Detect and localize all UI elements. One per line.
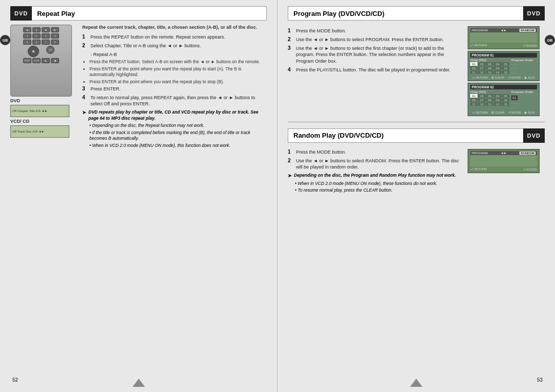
right-program-content: 1 Press the MODE button. 2 Use the ◄ or … bbox=[288, 25, 545, 118]
program-screens-col: PROGRAM ◄► RANDOM ⮐ RETURN ⏎ ENTER PROGR… bbox=[468, 25, 545, 118]
osd3-grid: 01 02 03 04 05 06 07 08 09 10 11 12 bbox=[470, 94, 509, 106]
rem-btn: ▶ bbox=[42, 58, 50, 63]
step-2: 2 Select Chapter, Title or A-B using the… bbox=[82, 43, 267, 49]
osd1-footer: ⮐ RETURN ⏎ ENTER bbox=[470, 44, 537, 47]
dvd-label-random: DVD bbox=[523, 128, 545, 143]
rem-btn: 5 bbox=[23, 40, 31, 45]
rem-btn: CLR bbox=[32, 58, 41, 63]
section-divider bbox=[288, 122, 545, 122]
rem-btn: ▶ bbox=[51, 27, 59, 32]
left-section-title: Repeat Play bbox=[32, 6, 267, 21]
step-2-bullets: Press the REPEAT button. Select A-B on s… bbox=[89, 59, 267, 85]
osd2-left-col: Chap (T01) 01 02 03 04 05 06 07 08 09 10 bbox=[470, 59, 509, 75]
prog-step-4: 4 Press the PLAY/STILL button. The disc … bbox=[288, 67, 462, 73]
program-osd1: PROGRAM ◄► RANDOM ⮐ RETURN ⏎ ENTER bbox=[468, 26, 540, 49]
rem-btn: 1 bbox=[23, 33, 31, 39]
right-random-content: 1 Press the MODE button. 2 Use the ◄ or … bbox=[288, 147, 545, 195]
right-page: GB Program Play (DVD/VCD/CD) DVD 1 Press… bbox=[278, 0, 555, 392]
page-num-right: 53 bbox=[537, 377, 543, 383]
osd3-title: PROGRAM 02 bbox=[470, 85, 537, 89]
dvd-osd-screen: Off Chapter Title A-B ◄► bbox=[10, 105, 69, 117]
dvd-device-label: DVD bbox=[10, 98, 77, 103]
rand-note-2: • To resume normal play, press the CLEAR… bbox=[295, 188, 462, 193]
osd3-footer: ⮐ RETURN ⊠ CLEAR ⏎ ENTER ▶ PLAY bbox=[470, 111, 537, 114]
random-osd-space bbox=[470, 155, 537, 166]
random-osd-footer: ⮐ RETURN ⏎ ENTER bbox=[470, 167, 537, 171]
program-steps-col: 1 Press the MODE button. 2 Use the ◄ or … bbox=[288, 25, 462, 118]
rem-btn: 4 bbox=[51, 33, 59, 39]
random-section-header: Random Play (DVD/VCD/CD) DVD bbox=[288, 128, 545, 143]
program-section-title: Program Play (DVD/VCD/CD) bbox=[288, 6, 523, 21]
program-osd3: PROGRAM 02 Chap (T01) 01 02 03 04 05 06 … bbox=[468, 83, 540, 116]
osd2-footer: ⮐ RETURN ⊠ CLEAR ⏎ ENTER ▶ PLAY bbox=[470, 76, 537, 79]
notes-box: ➤ DVD repeats play by chapter or title, … bbox=[82, 109, 267, 148]
note-arrow-row: ➤ DVD repeats play by chapter or title, … bbox=[82, 109, 267, 121]
left-device-col: ⏏ ▲ ◀ ▶ 1 2 3 4 5 6 7 8 ◉ bbox=[10, 25, 77, 150]
osd3-left-col: Chap (T01) 01 02 03 04 05 06 07 08 09 10 bbox=[470, 90, 509, 110]
osd3-cols: Chap (T01) 01 02 03 04 05 06 07 08 09 10 bbox=[470, 90, 537, 110]
osd2-cols: Chap (T01) 01 02 03 04 05 06 07 08 09 10 bbox=[470, 59, 537, 75]
note-item-3: • When in VCD 2.0 mode (MENU ON mode), t… bbox=[89, 143, 267, 148]
bullet-item: Press the REPEAT button. Select A-B on s… bbox=[89, 59, 267, 65]
rand-step-1: 1 Press the MODE button. bbox=[288, 149, 462, 155]
dvd-label-right: DVD bbox=[523, 6, 545, 21]
prog-step-3: 3 Use the ◄ or ► buttons to select the f… bbox=[288, 45, 462, 64]
osd2-right-col: Program Order - - - - - - - - - - - - bbox=[511, 59, 537, 75]
left-content-area: ⏏ ▲ ◀ ▶ 1 2 3 4 5 6 7 8 ◉ bbox=[10, 25, 267, 150]
right-section-header: Program Play (DVD/VCD/CD) DVD bbox=[288, 6, 545, 21]
bullet-item: Press ENTER at the point where you want … bbox=[89, 66, 267, 78]
bottom-arrow-left bbox=[133, 379, 145, 387]
rem-btn: OK bbox=[46, 46, 54, 54]
rem-btn: REP bbox=[23, 58, 31, 63]
random-steps-col: 1 Press the MODE button. 2 Use the ◄ or … bbox=[288, 147, 462, 195]
program-osd2: PROGRAM 01 Chap (T01) 01 02 03 04 05 06 … bbox=[468, 51, 540, 81]
dvd-label-left: DVD bbox=[10, 6, 32, 21]
rand-note-1: • When in VCD 2.0 mode (MENU ON mode), t… bbox=[295, 181, 462, 186]
program-bar: PROGRAM ◄► RANDOM bbox=[470, 28, 537, 32]
rem-btn: ⏹ bbox=[51, 58, 59, 63]
random-osd: PROGRAM ◄► RANDOM ⮐ RETURN ⏎ ENTER bbox=[468, 149, 540, 173]
intro-text: Repeat the current track, chapter, title… bbox=[82, 25, 267, 31]
osd1-space bbox=[470, 32, 537, 43]
rem-btn: ▲ bbox=[32, 27, 41, 32]
note-item-1: • Depending on the disc, the Repeat func… bbox=[89, 123, 267, 128]
random-program-bar: PROGRAM ◄► RANDOM bbox=[470, 151, 537, 155]
rem-btn: ◀ bbox=[42, 27, 50, 32]
rem-btn-round: ◉ bbox=[28, 46, 39, 57]
bullet-item: Press ENTER at the point where you want … bbox=[89, 79, 267, 85]
left-instructions-col: Repeat the current track, chapter, title… bbox=[82, 25, 267, 150]
page-num-left: 52 bbox=[12, 377, 18, 383]
rem-btn: 7 bbox=[42, 40, 50, 45]
rem-btn: ⏏ bbox=[23, 27, 31, 32]
note-item-2: • If the title or track is completed bef… bbox=[89, 130, 267, 142]
rand-step-2: 2 Use the ◄ or ► buttons to select RANDO… bbox=[288, 158, 462, 170]
step-2-sub: - Repeat A-B bbox=[90, 51, 267, 58]
vcd-device-label: VCD/ CD bbox=[10, 119, 77, 124]
prog-step-2: 2 Use the ◄ or ► buttons to select PROGR… bbox=[288, 36, 462, 43]
gb-badge-left: GB bbox=[0, 35, 10, 45]
rem-btn: 2 bbox=[32, 33, 41, 39]
random-notes-box: ➤ Depending on the disc, the Program and… bbox=[288, 173, 462, 193]
random-section-title: Random Play (DVD/VCD/CD) bbox=[288, 128, 523, 143]
rem-btn: 8 bbox=[51, 40, 59, 45]
step-1: 1 Press the REPEAT button on the remote.… bbox=[82, 34, 267, 40]
osd2-title: PROGRAM 01 bbox=[470, 53, 537, 58]
step-4: 4 To return to normal play, press REPEAT… bbox=[82, 95, 267, 107]
random-screens-col: PROGRAM ◄► RANDOM ⮐ RETURN ⏎ ENTER bbox=[468, 147, 545, 195]
rem-btn: 6 bbox=[32, 40, 41, 45]
left-page: GB DVD Repeat Play ⏏ ▲ ◀ ▶ 1 2 3 4 bbox=[0, 0, 278, 392]
osd2-grid: 01 02 03 04 05 06 07 08 09 10 11 12 bbox=[470, 62, 509, 74]
step-3: 3 Press ENTER. bbox=[82, 86, 267, 92]
gb-badge-right: GB bbox=[545, 35, 555, 45]
remote-image: ⏏ ▲ ◀ ▶ 1 2 3 4 5 6 7 8 ◉ bbox=[10, 25, 72, 97]
vcd-osd-screen: Off Track Disc A-B ◄► bbox=[10, 125, 69, 138]
rem-btn: 3 bbox=[42, 33, 50, 39]
prog-step-1: 1 Press the MODE button. bbox=[288, 28, 462, 34]
left-section-header: DVD Repeat Play bbox=[10, 6, 267, 21]
bottom-arrow-right bbox=[410, 379, 422, 387]
osd3-right-col: Program Order 01 - - - - - - - - bbox=[511, 90, 537, 110]
